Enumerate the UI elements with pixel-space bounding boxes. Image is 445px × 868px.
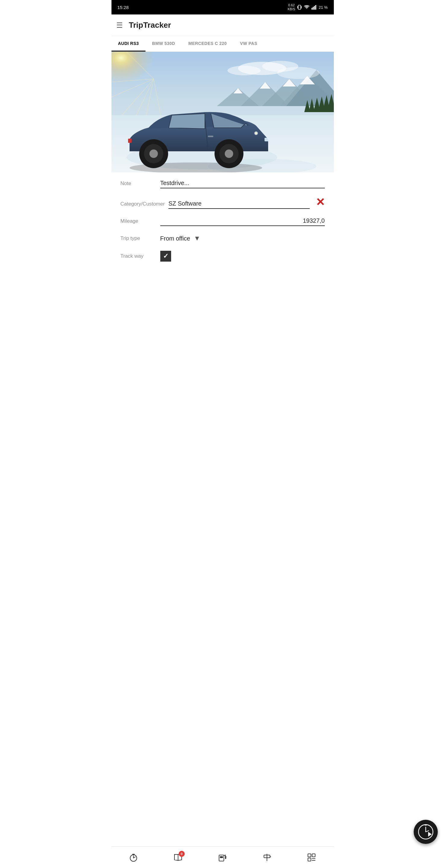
- signal-icon: [312, 5, 317, 10]
- svg-point-47: [255, 132, 257, 134]
- menu-button[interactable]: ☰: [116, 21, 123, 30]
- track-way-label: Track way: [121, 253, 157, 259]
- tab-vw-pas[interactable]: VW PAS: [233, 36, 264, 52]
- tab-bmw-530d[interactable]: BMW 530D: [146, 36, 182, 52]
- tab-audi-rs3[interactable]: AUDI RS3: [112, 36, 146, 52]
- category-value: SZ Software: [168, 200, 201, 207]
- svg-point-50: [227, 66, 261, 75]
- svg-rect-4: [313, 7, 314, 10]
- car-photo: [112, 52, 334, 173]
- status-indicators: 0.62KB/S 21 %: [288, 3, 328, 11]
- battery-display: 21 %: [319, 5, 328, 10]
- status-bar: 15:28 0.62KB/S 21 %: [112, 0, 334, 14]
- note-value: Testdrive...: [160, 180, 190, 186]
- trip-type-select[interactable]: From office ▼: [160, 235, 200, 242]
- svg-rect-44: [128, 138, 132, 143]
- network-speed: 0.62KB/S: [288, 3, 295, 11]
- svg-rect-1: [297, 6, 298, 8]
- svg-rect-7: [316, 5, 317, 10]
- trip-type-label: Trip type: [121, 236, 157, 241]
- svg-rect-5: [314, 6, 315, 10]
- wifi-icon: [304, 5, 310, 10]
- tab-mercedes-c220[interactable]: MERCEDES C 220: [182, 36, 233, 52]
- trip-type-dropdown-arrow: ▼: [194, 235, 200, 242]
- trip-type-value: From office: [160, 235, 190, 242]
- note-label: Note: [121, 181, 157, 188]
- svg-point-42: [225, 150, 233, 158]
- checkbox-check-icon: ✓: [163, 252, 168, 260]
- svg-point-51: [277, 67, 319, 79]
- form-area: Note Testdrive... Category/Customer SZ S…: [112, 173, 334, 277]
- app-bar: ☰ TripTracker: [112, 14, 334, 36]
- app-title: TripTracker: [129, 21, 171, 30]
- category-label: Category/Customer: [121, 201, 165, 209]
- track-way-checkbox[interactable]: ✓: [160, 251, 171, 261]
- car-scene-svg: [112, 52, 334, 173]
- vibrate-icon: [297, 4, 302, 10]
- time-display: 15:28: [118, 5, 129, 10]
- svg-rect-6: [315, 5, 316, 10]
- mileage-row: Mileage 19327,0: [121, 217, 325, 226]
- tabs-container: AUDI RS3 BMW 530D MERCEDES C 220 VW PAS: [112, 36, 334, 52]
- category-input-wrap[interactable]: SZ Software: [168, 200, 310, 209]
- category-row: Category/Customer SZ Software ✕: [121, 197, 325, 209]
- svg-rect-45: [208, 135, 213, 137]
- svg-rect-43: [264, 138, 269, 141]
- mileage-value: 19327,0: [303, 217, 324, 224]
- note-row: Note Testdrive...: [121, 180, 325, 188]
- clear-category-button[interactable]: ✕: [316, 197, 325, 209]
- svg-rect-2: [301, 6, 301, 8]
- svg-rect-0: [298, 5, 301, 9]
- mileage-label: Mileage: [121, 218, 157, 226]
- track-way-row: Track way ✓: [121, 251, 325, 261]
- note-input-wrap[interactable]: Testdrive...: [160, 180, 325, 188]
- svg-point-39: [150, 150, 158, 158]
- svg-rect-3: [312, 8, 312, 10]
- mileage-input-wrap[interactable]: 19327,0: [160, 217, 325, 226]
- trip-type-row: Trip type From office ▼: [121, 235, 325, 242]
